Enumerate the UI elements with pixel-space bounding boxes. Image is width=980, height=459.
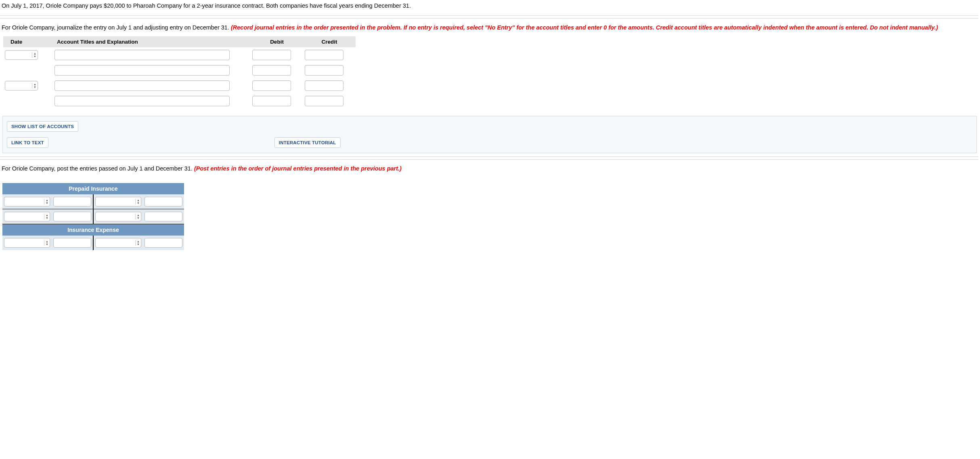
journal-row: ▲▼ <box>3 47 356 63</box>
journal-header-row: Date Account Titles and Explanation Debi… <box>3 36 356 47</box>
taccount-date-select[interactable]: ▲▼ <box>95 212 141 221</box>
taccount-credit-input[interactable] <box>144 212 182 221</box>
date-select[interactable]: ▲▼ <box>5 50 38 60</box>
debit-input[interactable] <box>252 96 291 106</box>
section2-instructions: For Oriole Company, post the entries pas… <box>0 163 978 177</box>
taccount-debit-input[interactable] <box>53 197 91 206</box>
stepper-arrows-icon[interactable]: ▲▼ <box>135 199 141 204</box>
journal-entry-table: Date Account Titles and Explanation Debi… <box>3 36 356 109</box>
taccount-date-input[interactable] <box>96 197 135 206</box>
account-title-input[interactable] <box>54 65 230 76</box>
interactive-tutorial-button[interactable]: INTERACTIVE TUTORIAL <box>274 137 341 148</box>
credit-input[interactable] <box>305 96 343 106</box>
date-input[interactable] <box>5 81 32 90</box>
taccount-date-select[interactable]: ▲▼ <box>95 197 141 206</box>
taccount-prepaid-insurance: Prepaid Insurance ▲▼ ▲▼ ▲▼ <box>2 183 978 250</box>
taccount-date-input[interactable] <box>96 238 135 247</box>
taccount-debit-input[interactable] <box>53 238 91 248</box>
links-panel: SHOW LIST OF ACCOUNTS LINK TO TEXT INTER… <box>2 116 977 153</box>
stepper-arrows-icon[interactable]: ▲▼ <box>44 199 50 204</box>
taccount-date-select[interactable]: ▲▼ <box>95 238 141 248</box>
taccount-credit-input[interactable] <box>144 238 182 248</box>
problem-statement: On July 1, 2017, Oriole Company pays $20… <box>0 2 978 12</box>
link-to-text-button[interactable]: LINK TO TEXT <box>7 137 48 148</box>
stepper-arrows-icon[interactable]: ▲▼ <box>135 214 141 219</box>
journal-row: ▲▼ <box>3 78 356 93</box>
section1-leadin: For Oriole Company, journalize the entry… <box>2 24 231 31</box>
date-select[interactable]: ▲▼ <box>5 81 38 91</box>
stepper-arrows-icon[interactable]: ▲▼ <box>32 52 38 58</box>
taccount-date-select[interactable]: ▲▼ <box>4 212 50 221</box>
debit-input[interactable] <box>252 50 291 60</box>
col-debit: Debit <box>251 36 303 47</box>
taccount-date-select[interactable]: ▲▼ <box>4 238 50 248</box>
col-credit: Credit <box>303 36 356 47</box>
section2-leadin: For Oriole Company, post the entries pas… <box>2 165 194 172</box>
section1-red-note: (Record journal entries in the order pre… <box>231 24 938 31</box>
taccount-date-select[interactable]: ▲▼ <box>4 197 50 206</box>
divider <box>0 156 978 160</box>
taccount-row: ▲▼ ▲▼ <box>2 194 184 209</box>
debit-input[interactable] <box>252 65 291 76</box>
taccount-debit-input[interactable] <box>53 212 91 221</box>
col-date: Date <box>3 36 53 47</box>
date-input[interactable] <box>5 51 32 59</box>
stepper-arrows-icon[interactable]: ▲▼ <box>135 240 141 246</box>
taccount-row: ▲▼ ▲▼ <box>2 209 184 224</box>
stepper-arrows-icon[interactable]: ▲▼ <box>32 83 38 88</box>
stepper-arrows-icon[interactable]: ▲▼ <box>44 240 50 246</box>
taccount-date-input[interactable] <box>4 238 44 247</box>
taccount-date-input[interactable] <box>4 212 44 221</box>
taccount-header: Prepaid Insurance <box>2 183 184 194</box>
credit-input[interactable] <box>305 80 343 91</box>
account-title-input[interactable] <box>54 80 230 91</box>
divider <box>0 15 978 19</box>
stepper-arrows-icon[interactable]: ▲▼ <box>44 214 50 219</box>
taccount-date-input[interactable] <box>96 212 135 221</box>
credit-input[interactable] <box>305 50 343 60</box>
section2-red-note: (Post entries in the order of journal en… <box>194 165 402 172</box>
section1-instructions: For Oriole Company, journalize the entry… <box>0 22 978 36</box>
taccount-header: Insurance Expense <box>2 224 184 236</box>
col-account: Account Titles and Explanation <box>53 36 251 47</box>
journal-row <box>3 93 356 109</box>
taccount-row: ▲▼ ▲▼ <box>2 236 184 250</box>
account-title-input[interactable] <box>54 96 230 106</box>
credit-input[interactable] <box>305 65 343 76</box>
journal-row <box>3 63 356 78</box>
taccount-date-input[interactable] <box>4 197 44 206</box>
show-list-of-accounts-button[interactable]: SHOW LIST OF ACCOUNTS <box>7 121 78 132</box>
taccount-credit-input[interactable] <box>144 197 182 206</box>
debit-input[interactable] <box>252 80 291 91</box>
account-title-input[interactable] <box>54 50 230 60</box>
